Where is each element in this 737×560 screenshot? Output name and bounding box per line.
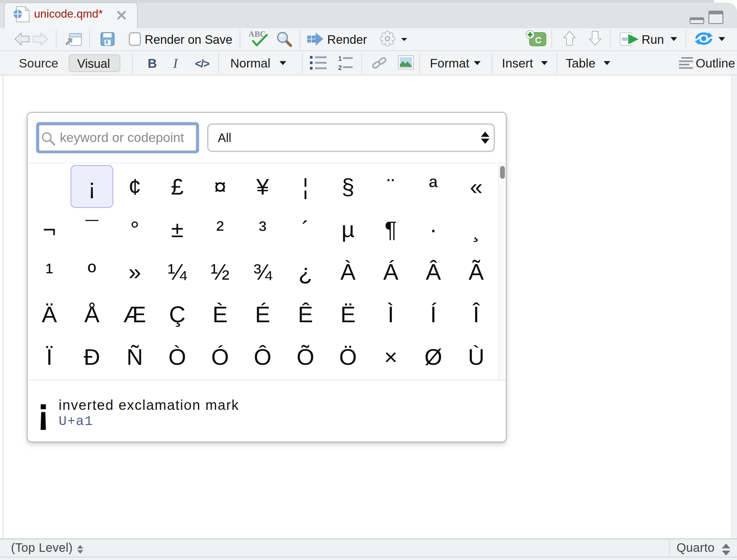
svg-text:C: C [535,35,542,45]
svg-text:2: 2 [338,64,342,71]
svg-text:1: 1 [338,55,342,62]
